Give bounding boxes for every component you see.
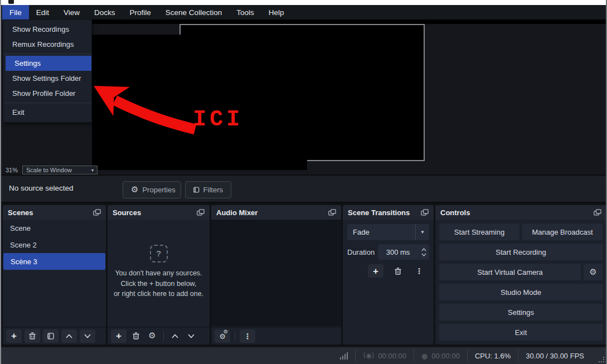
transition-menu-button[interactable]: ⋮ <box>412 264 426 278</box>
add-scene-button[interactable]: + <box>6 329 22 343</box>
file-menu-settings[interactable]: Settings <box>6 56 91 71</box>
record-icon: ● <box>421 352 428 360</box>
add-source-button[interactable]: + <box>111 329 127 343</box>
kebab-menu-icon: ⋮ <box>244 332 251 341</box>
move-scene-down-button[interactable] <box>80 329 95 343</box>
file-menu-dropdown: Show Recordings Remux Recordings Setting… <box>3 20 92 123</box>
scale-mode-dropdown[interactable]: Scale to Window ▼ <box>22 166 98 174</box>
duration-value: 300 ms <box>378 248 418 256</box>
filters-button[interactable]: Filters <box>185 181 231 198</box>
controls-header: Controls <box>435 205 606 220</box>
trash-icon <box>395 268 401 275</box>
scene-transitions-title: Scene Transitions <box>348 208 410 217</box>
scene-row-1[interactable]: Scene <box>3 220 106 236</box>
trash-icon <box>29 332 36 339</box>
scenes-toolbar: + <box>3 327 106 344</box>
start-recording-button[interactable]: Start Recording <box>439 244 603 260</box>
scenes-panel-header: Scenes <box>3 205 106 220</box>
move-source-up-button[interactable] <box>168 329 182 343</box>
file-menu-remux-recordings[interactable]: Remux Recordings <box>3 37 91 52</box>
remove-scene-button[interactable] <box>25 329 40 343</box>
chevron-up-icon <box>66 334 72 338</box>
menu-help[interactable]: Help <box>261 5 292 20</box>
popout-icon[interactable] <box>328 209 336 216</box>
filter-icon <box>193 186 200 193</box>
duration-row: Duration 300 ms <box>347 244 429 260</box>
remove-source-button[interactable] <box>129 329 143 343</box>
menu-profile[interactable]: Profile <box>123 5 158 20</box>
popout-icon[interactable] <box>93 209 101 216</box>
connection-quality-segment <box>333 352 355 360</box>
audio-mixer-panel: Audio Mixer ⚙⚙ ⋮ <box>211 205 341 344</box>
filter-icon <box>47 333 54 339</box>
menu-scene-collection[interactable]: Scene Collection <box>158 5 229 20</box>
remove-transition-button[interactable] <box>391 264 405 278</box>
properties-button[interactable]: ⚙ Properties <box>123 181 181 198</box>
ici-annotation-text: ICI <box>193 107 243 132</box>
spin-down-icon[interactable] <box>421 253 426 256</box>
studio-mode-button[interactable]: Studio Mode <box>439 284 603 300</box>
resize-grip[interactable] <box>599 357 604 362</box>
menu-view[interactable]: View <box>56 5 87 20</box>
transition-dropdown[interactable]: Fade ▼ <box>347 224 429 240</box>
canvas-top-band <box>92 20 606 24</box>
controls-panel: Controls Start Streaming Manage Broadcas… <box>435 205 606 344</box>
scene-filters-button[interactable] <box>43 329 59 343</box>
no-source-selected-label: No source selected <box>9 184 74 192</box>
menu-edit[interactable]: Edit <box>29 5 56 20</box>
popout-icon[interactable] <box>197 209 205 216</box>
add-transition-button[interactable]: + <box>368 264 383 278</box>
duration-spinbox[interactable]: 300 ms <box>378 244 429 260</box>
menu-file[interactable]: File <box>2 5 29 20</box>
move-source-down-button[interactable] <box>184 329 198 343</box>
chevron-down-icon <box>84 334 91 338</box>
advanced-audio-properties-button[interactable]: ⚙⚙ <box>215 329 230 343</box>
scene-row-2[interactable]: Scene 2 <box>3 236 106 253</box>
preview-scale-bar: 31% Scale to Window ▼ <box>6 166 98 174</box>
menu-bar: File Edit View Docks Profile Scene Colle… <box>1 5 606 20</box>
sources-panel: Sources ? You don't have any sources. Cl… <box>108 205 210 344</box>
audio-mixer-header: Audio Mixer <box>211 205 341 220</box>
sources-empty-message: You don't have any sources. Click the + … <box>114 268 203 299</box>
scene-transitions-panel: Scene Transitions Fade ▼ Duration 300 ms <box>343 205 434 344</box>
mixer-menu-button[interactable]: ⋮ <box>240 329 255 343</box>
stream-time-segment: (◉) 00:00:00 <box>356 352 413 360</box>
spin-up-icon[interactable] <box>421 248 426 251</box>
scene-transitions-header: Scene Transitions <box>343 205 434 220</box>
duration-label: Duration <box>347 248 378 256</box>
toolbar-divider <box>235 331 235 341</box>
settings-button[interactable]: Settings <box>439 304 603 321</box>
double-gear-icon: ⚙⚙ <box>219 331 226 341</box>
transition-selected-value: Fade <box>347 228 415 236</box>
file-menu-show-profile-folder[interactable]: Show Profile Folder <box>3 86 91 101</box>
menu-tools[interactable]: Tools <box>229 5 261 20</box>
start-virtual-camera-button[interactable]: Start Virtual Camera <box>439 264 581 280</box>
audio-mixer-toolbar: ⚙⚙ ⋮ <box>211 327 341 344</box>
sources-toolbar: + ⚙ <box>108 327 210 344</box>
scene-row-3-selected[interactable]: Scène 3 <box>3 253 105 270</box>
record-time: 00:00:00 <box>431 352 460 360</box>
file-menu-show-recordings[interactable]: Show Recordings <box>3 22 91 37</box>
source-properties-button[interactable]: ⚙ <box>145 329 159 343</box>
properties-label: Properties <box>142 186 175 194</box>
background-window-strip <box>1 0 606 5</box>
obs-main-window: File Edit View Docks Profile Scene Colle… <box>0 0 607 364</box>
sources-empty-state: ? You don't have any sources. Click the … <box>108 220 210 324</box>
gear-icon: ⚙ <box>589 268 596 276</box>
scenes-panel-title: Scenes <box>8 208 33 217</box>
move-scene-up-button[interactable] <box>61 329 77 343</box>
menu-docks[interactable]: Docks <box>87 5 123 20</box>
file-menu-exit[interactable]: Exit <box>3 105 91 120</box>
popout-icon[interactable] <box>421 209 429 216</box>
file-menu-show-settings-folder[interactable]: Show Settings Folder <box>3 71 91 86</box>
manage-broadcast-button[interactable]: Manage Broadcast <box>522 224 603 240</box>
gear-icon: ⚙ <box>131 186 138 194</box>
popout-icon[interactable] <box>594 209 601 216</box>
stream-time: 00:00:00 <box>378 352 406 360</box>
exit-button[interactable]: Exit <box>439 324 603 341</box>
broadcast-icon: (◉) <box>363 352 374 360</box>
start-streaming-button[interactable]: Start Streaming <box>439 224 519 240</box>
sources-panel-title: Sources <box>113 208 141 217</box>
virtual-camera-settings-button[interactable]: ⚙ <box>584 264 603 280</box>
dock-area: Scenes Scene Scene 2 Scène 3 + <box>1 203 606 346</box>
